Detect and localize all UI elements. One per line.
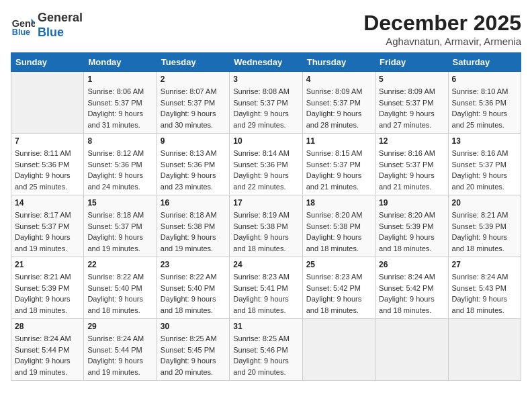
cell-detail: Sunrise: 8:09 AMSunset: 5:37 PMDaylight:… <box>306 86 371 130</box>
header-sunday: Sunday <box>11 53 84 72</box>
cell-detail: Sunrise: 8:22 AMSunset: 5:40 PMDaylight:… <box>87 271 152 316</box>
day-number: 20 <box>452 198 517 208</box>
cell-detail: Sunrise: 8:06 AMSunset: 5:37 PMDaylight:… <box>87 86 152 130</box>
header-wednesday: Wednesday <box>230 53 302 72</box>
calendar-cell: 5Sunrise: 8:09 AMSunset: 5:37 PMDaylight… <box>375 72 448 134</box>
cell-detail: Sunrise: 8:20 AMSunset: 5:38 PMDaylight:… <box>306 210 371 254</box>
page-header: General Blue General Blue December 2025 … <box>11 11 521 47</box>
header-monday: Monday <box>84 53 157 72</box>
calendar-week-2: 14Sunrise: 8:17 AMSunset: 5:37 PMDayligh… <box>11 195 521 257</box>
cell-detail: Sunrise: 8:22 AMSunset: 5:40 PMDaylight:… <box>161 271 226 316</box>
calendar-cell: 7Sunrise: 8:11 AMSunset: 5:36 PMDaylight… <box>11 134 84 195</box>
calendar-cell: 4Sunrise: 8:09 AMSunset: 5:37 PMDaylight… <box>302 72 375 134</box>
calendar-cell: 10Sunrise: 8:14 AMSunset: 5:36 PMDayligh… <box>230 134 302 195</box>
cell-detail: Sunrise: 8:23 AMSunset: 5:42 PMDaylight:… <box>306 271 371 316</box>
cell-detail: Sunrise: 8:18 AMSunset: 5:38 PMDaylight:… <box>161 210 226 254</box>
cell-detail: Sunrise: 8:21 AMSunset: 5:39 PMDaylight:… <box>452 210 517 254</box>
header-thursday: Thursday <box>302 53 375 72</box>
logo-icon: General Blue <box>11 13 35 38</box>
calendar-cell: 11Sunrise: 8:15 AMSunset: 5:37 PMDayligh… <box>302 134 375 195</box>
calendar-cell: 24Sunrise: 8:23 AMSunset: 5:41 PMDayligh… <box>230 257 302 319</box>
day-number: 15 <box>87 198 152 208</box>
calendar-cell: 27Sunrise: 8:24 AMSunset: 5:43 PMDayligh… <box>448 257 521 319</box>
title-block: December 2025 Aghavnatun, Armavir, Armen… <box>363 11 521 47</box>
day-number: 16 <box>161 198 226 208</box>
calendar-cell: 8Sunrise: 8:12 AMSunset: 5:36 PMDaylight… <box>84 134 157 195</box>
calendar-cell <box>448 319 521 381</box>
cell-detail: Sunrise: 8:09 AMSunset: 5:37 PMDaylight:… <box>379 86 444 130</box>
cell-detail: Sunrise: 8:12 AMSunset: 5:36 PMDaylight:… <box>87 148 152 192</box>
day-number: 19 <box>379 198 444 208</box>
cell-detail: Sunrise: 8:17 AMSunset: 5:37 PMDaylight:… <box>15 210 80 254</box>
day-number: 17 <box>233 198 298 208</box>
calendar-cell: 9Sunrise: 8:13 AMSunset: 5:36 PMDaylight… <box>157 134 229 195</box>
svg-text:Blue: Blue <box>12 28 30 37</box>
cell-detail: Sunrise: 8:15 AMSunset: 5:37 PMDaylight:… <box>306 148 371 192</box>
calendar-week-3: 21Sunrise: 8:21 AMSunset: 5:39 PMDayligh… <box>11 257 521 319</box>
day-number: 12 <box>379 136 444 146</box>
calendar-cell <box>375 319 448 381</box>
calendar-cell: 1Sunrise: 8:06 AMSunset: 5:37 PMDaylight… <box>84 72 157 134</box>
day-number: 2 <box>161 75 226 84</box>
cell-detail: Sunrise: 8:20 AMSunset: 5:39 PMDaylight:… <box>379 210 444 254</box>
calendar-cell: 13Sunrise: 8:16 AMSunset: 5:37 PMDayligh… <box>448 134 521 195</box>
cell-detail: Sunrise: 8:13 AMSunset: 5:36 PMDaylight:… <box>161 148 226 192</box>
calendar-cell: 30Sunrise: 8:25 AMSunset: 5:45 PMDayligh… <box>157 319 229 381</box>
cell-detail: Sunrise: 8:19 AMSunset: 5:38 PMDaylight:… <box>233 210 298 254</box>
cell-detail: Sunrise: 8:21 AMSunset: 5:39 PMDaylight:… <box>15 271 80 316</box>
calendar-week-0: 1Sunrise: 8:06 AMSunset: 5:37 PMDaylight… <box>11 72 521 134</box>
calendar-cell: 12Sunrise: 8:16 AMSunset: 5:37 PMDayligh… <box>375 134 448 195</box>
day-number: 9 <box>161 136 226 146</box>
calendar-cell: 16Sunrise: 8:18 AMSunset: 5:38 PMDayligh… <box>157 195 229 257</box>
cell-detail: Sunrise: 8:16 AMSunset: 5:37 PMDaylight:… <box>379 148 444 192</box>
calendar-body: 1Sunrise: 8:06 AMSunset: 5:37 PMDaylight… <box>11 72 521 381</box>
day-number: 11 <box>306 136 371 146</box>
day-number: 7 <box>15 136 80 146</box>
day-number: 23 <box>161 260 226 269</box>
header-friday: Friday <box>375 53 448 72</box>
calendar-cell: 15Sunrise: 8:18 AMSunset: 5:37 PMDayligh… <box>84 195 157 257</box>
day-number: 5 <box>379 75 444 84</box>
cell-detail: Sunrise: 8:07 AMSunset: 5:37 PMDaylight:… <box>161 86 226 130</box>
calendar-cell: 6Sunrise: 8:10 AMSunset: 5:36 PMDaylight… <box>448 72 521 134</box>
calendar-cell: 17Sunrise: 8:19 AMSunset: 5:38 PMDayligh… <box>230 195 302 257</box>
month-title: December 2025 <box>363 11 521 36</box>
cell-detail: Sunrise: 8:23 AMSunset: 5:41 PMDaylight:… <box>233 271 298 316</box>
day-number: 8 <box>87 136 152 146</box>
calendar-cell <box>11 72 84 134</box>
day-number: 3 <box>233 75 298 84</box>
cell-detail: Sunrise: 8:25 AMSunset: 5:45 PMDaylight:… <box>161 333 226 377</box>
calendar-cell: 22Sunrise: 8:22 AMSunset: 5:40 PMDayligh… <box>84 257 157 319</box>
calendar-week-4: 28Sunrise: 8:24 AMSunset: 5:44 PMDayligh… <box>11 319 521 381</box>
day-number: 30 <box>161 322 226 331</box>
calendar-cell <box>302 319 375 381</box>
cell-detail: Sunrise: 8:08 AMSunset: 5:37 PMDaylight:… <box>233 86 298 130</box>
day-number: 10 <box>233 136 298 146</box>
calendar-cell: 2Sunrise: 8:07 AMSunset: 5:37 PMDaylight… <box>157 72 229 134</box>
calendar-cell: 3Sunrise: 8:08 AMSunset: 5:37 PMDaylight… <box>230 72 302 134</box>
day-number: 25 <box>306 260 371 269</box>
calendar-header-row: SundayMondayTuesdayWednesdayThursdayFrid… <box>11 53 521 72</box>
day-number: 18 <box>306 198 371 208</box>
calendar-cell: 20Sunrise: 8:21 AMSunset: 5:39 PMDayligh… <box>448 195 521 257</box>
day-number: 21 <box>15 260 80 269</box>
calendar-cell: 26Sunrise: 8:24 AMSunset: 5:42 PMDayligh… <box>375 257 448 319</box>
logo-blue: Blue <box>38 26 83 40</box>
calendar-cell: 23Sunrise: 8:22 AMSunset: 5:40 PMDayligh… <box>157 257 229 319</box>
calendar-table: SundayMondayTuesdayWednesdayThursdayFrid… <box>11 52 521 381</box>
calendar-cell: 21Sunrise: 8:21 AMSunset: 5:39 PMDayligh… <box>11 257 84 319</box>
day-number: 6 <box>452 75 517 84</box>
cell-detail: Sunrise: 8:16 AMSunset: 5:37 PMDaylight:… <box>452 148 517 192</box>
calendar-cell: 19Sunrise: 8:20 AMSunset: 5:39 PMDayligh… <box>375 195 448 257</box>
cell-detail: Sunrise: 8:18 AMSunset: 5:37 PMDaylight:… <box>87 210 152 254</box>
day-number: 13 <box>452 136 517 146</box>
day-number: 28 <box>15 322 80 331</box>
logo-general: General <box>38 11 83 26</box>
calendar-cell: 25Sunrise: 8:23 AMSunset: 5:42 PMDayligh… <box>302 257 375 319</box>
calendar-cell: 31Sunrise: 8:25 AMSunset: 5:46 PMDayligh… <box>230 319 302 381</box>
day-number: 27 <box>452 260 517 269</box>
day-number: 31 <box>233 322 298 331</box>
cell-detail: Sunrise: 8:24 AMSunset: 5:44 PMDaylight:… <box>15 333 80 377</box>
day-number: 1 <box>87 75 152 84</box>
cell-detail: Sunrise: 8:14 AMSunset: 5:36 PMDaylight:… <box>233 148 298 192</box>
